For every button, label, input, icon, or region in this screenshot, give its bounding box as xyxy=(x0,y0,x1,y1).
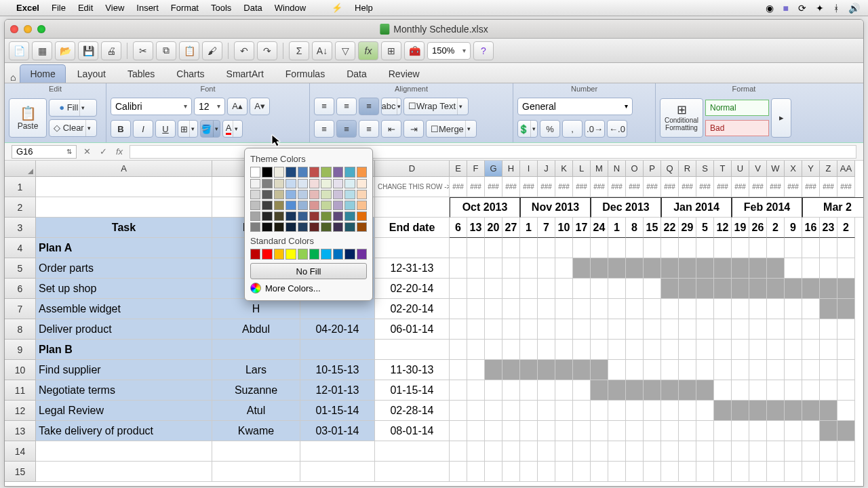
sort-icon[interactable]: A↓ xyxy=(312,41,332,60)
color-swatch[interactable] xyxy=(333,167,343,178)
row-header-5[interactable]: 5 xyxy=(5,258,36,279)
show-formula-icon[interactable]: ⊞ xyxy=(381,41,401,60)
color-swatch[interactable] xyxy=(357,249,367,260)
border-button[interactable]: ⊞▾ xyxy=(178,120,198,138)
align-top-icon[interactable]: ≡ xyxy=(314,98,334,115)
col-header-W[interactable]: W xyxy=(767,161,785,177)
clear-button[interactable]: ◇ Clear▾ xyxy=(49,119,97,137)
tab-charts[interactable]: Charts xyxy=(166,64,214,83)
font-name-select[interactable]: Calibri xyxy=(111,98,192,115)
increase-decimal-icon[interactable]: .0→ xyxy=(585,120,605,138)
menu-data[interactable]: Data xyxy=(243,3,262,13)
row-header-1[interactable]: 1 xyxy=(5,177,36,197)
help-icon[interactable]: ? xyxy=(473,41,494,60)
wrap-text-button[interactable]: ☐ Wrap Text▾ xyxy=(403,98,469,115)
format-painter-icon[interactable]: 🖌 xyxy=(202,41,222,60)
currency-icon[interactable]: 💲▾ xyxy=(517,120,538,138)
col-header-D[interactable]: D xyxy=(375,161,450,177)
color-swatch[interactable] xyxy=(285,190,296,199)
more-colors-button[interactable]: More Colors... xyxy=(250,283,367,293)
print-icon[interactable]: 🖨 xyxy=(101,41,121,60)
tab-tables[interactable]: Tables xyxy=(117,64,165,83)
menu-help[interactable]: Help xyxy=(355,3,373,13)
color-swatch[interactable] xyxy=(274,167,284,178)
fill-color-button[interactable]: 🪣▾ xyxy=(200,120,220,138)
italic-button[interactable]: I xyxy=(133,120,153,138)
color-swatch[interactable] xyxy=(344,211,355,221)
color-swatch[interactable] xyxy=(250,249,260,260)
style-normal[interactable]: Normal xyxy=(705,100,769,116)
select-all-corner[interactable] xyxy=(5,161,36,177)
menu-tools[interactable]: Tools xyxy=(211,3,231,13)
merge-button[interactable]: ☐ Merge▾ xyxy=(426,120,477,138)
col-header-P[interactable]: P xyxy=(644,161,661,177)
color-swatch[interactable] xyxy=(250,222,260,232)
filter-icon[interactable]: ▽ xyxy=(335,41,355,60)
color-swatch[interactable] xyxy=(250,167,260,178)
ribbon-home-icon[interactable]: ⌂ xyxy=(10,72,16,83)
airdrop-icon[interactable]: ✦ xyxy=(816,3,824,14)
col-header-Z[interactable]: Z xyxy=(820,161,837,177)
minimize-button[interactable] xyxy=(24,25,32,33)
indent-decrease-icon[interactable]: ⇤ xyxy=(381,120,401,138)
color-swatch[interactable] xyxy=(274,190,284,199)
number-format-select[interactable]: General xyxy=(517,98,633,115)
color-swatch[interactable] xyxy=(357,201,367,210)
col-header-A[interactable]: A xyxy=(36,161,212,177)
col-header-H[interactable]: H xyxy=(502,161,520,177)
color-swatch[interactable] xyxy=(285,249,296,260)
cut-icon[interactable]: ✂ xyxy=(133,41,153,60)
color-swatch[interactable] xyxy=(262,167,272,178)
color-swatch[interactable] xyxy=(274,249,284,260)
fx-bar-icon[interactable]: fx xyxy=(113,146,125,158)
color-swatch[interactable] xyxy=(309,190,319,199)
color-swatch[interactable] xyxy=(274,222,284,232)
new-doc-icon[interactable]: 📄 xyxy=(9,41,29,60)
cancel-formula-icon[interactable]: ✕ xyxy=(81,146,93,158)
color-swatch[interactable] xyxy=(357,222,367,232)
fill-button[interactable]: ● Fill▾ xyxy=(49,99,97,117)
color-swatch[interactable] xyxy=(344,249,355,260)
tab-review[interactable]: Review xyxy=(378,64,430,83)
col-header-K[interactable]: K xyxy=(555,161,573,177)
tab-smartart[interactable]: SmartArt xyxy=(216,64,274,83)
timemachine-icon[interactable]: ⟳ xyxy=(798,3,806,14)
color-swatch[interactable] xyxy=(274,179,284,188)
color-swatch[interactable] xyxy=(285,211,296,221)
col-header-Q[interactable]: Q xyxy=(661,161,679,177)
color-swatch[interactable] xyxy=(357,167,367,178)
col-header-N[interactable]: N xyxy=(608,161,626,177)
col-header-I[interactable]: I xyxy=(520,161,538,177)
align-right-icon[interactable]: ≡ xyxy=(359,120,379,138)
orientation-icon[interactable]: abc▾ xyxy=(381,98,401,115)
color-swatch[interactable] xyxy=(321,167,331,178)
color-swatch[interactable] xyxy=(262,222,272,232)
row-header-8[interactable]: 8 xyxy=(5,319,36,340)
save-icon[interactable]: 💾 xyxy=(78,41,98,60)
fx-icon[interactable]: fx xyxy=(358,41,378,60)
col-header-T[interactable]: T xyxy=(714,161,732,177)
font-size-select[interactable]: 12 xyxy=(194,98,225,115)
menu-insert[interactable]: Insert xyxy=(136,3,159,13)
row-header-9[interactable]: 9 xyxy=(5,340,36,360)
color-swatch[interactable] xyxy=(285,201,296,210)
color-swatch[interactable] xyxy=(250,179,260,188)
color-swatch[interactable] xyxy=(333,190,343,199)
toolbox-icon[interactable]: 🧰 xyxy=(404,41,425,60)
undo-icon[interactable]: ↶ xyxy=(234,41,254,60)
redo-icon[interactable]: ↷ xyxy=(257,41,277,60)
autosum-icon[interactable]: Σ xyxy=(289,41,309,60)
color-swatch[interactable] xyxy=(344,190,355,199)
row-header-10[interactable]: 10 xyxy=(5,360,36,380)
tab-home[interactable]: Home xyxy=(20,64,65,83)
align-middle-icon[interactable]: ≡ xyxy=(336,98,357,115)
row-header-2[interactable]: 2 xyxy=(5,197,36,218)
color-swatch[interactable] xyxy=(262,201,272,210)
comma-icon[interactable]: , xyxy=(562,120,583,138)
color-swatch[interactable] xyxy=(298,179,308,188)
color-swatch[interactable] xyxy=(333,211,343,221)
row-header-11[interactable]: 11 xyxy=(5,380,36,401)
color-swatch[interactable] xyxy=(298,201,308,210)
record-status-icon[interactable]: ◉ xyxy=(766,3,774,14)
color-swatch[interactable] xyxy=(298,167,308,178)
